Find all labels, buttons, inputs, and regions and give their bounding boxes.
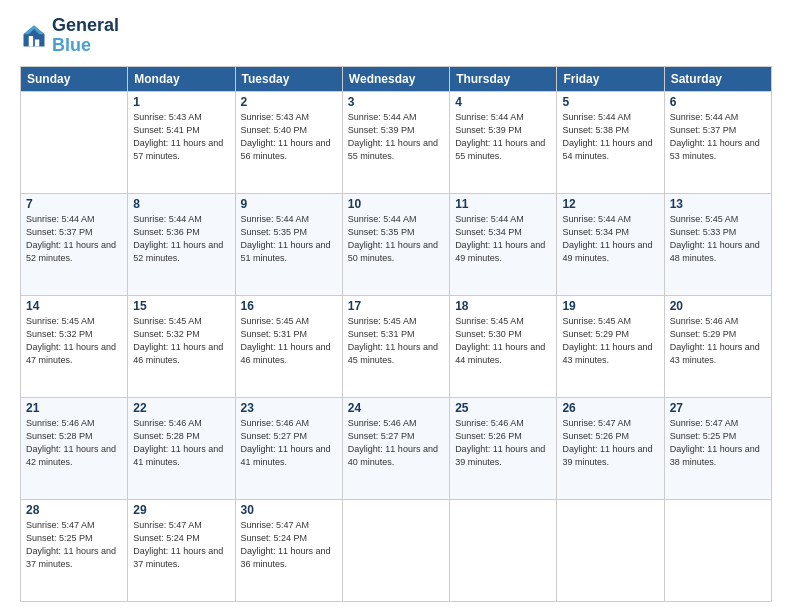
day-info: Sunrise: 5:45 AM Sunset: 5:29 PM Dayligh…	[562, 315, 658, 367]
day-number: 26	[562, 401, 658, 415]
day-number: 29	[133, 503, 229, 517]
calendar-cell: 20Sunrise: 5:46 AM Sunset: 5:29 PM Dayli…	[664, 295, 771, 397]
svg-rect-3	[35, 39, 39, 46]
week-row-1: 1Sunrise: 5:43 AM Sunset: 5:41 PM Daylig…	[21, 91, 772, 193]
day-info: Sunrise: 5:45 AM Sunset: 5:31 PM Dayligh…	[241, 315, 337, 367]
weekday-header-saturday: Saturday	[664, 66, 771, 91]
calendar-cell	[664, 499, 771, 601]
day-info: Sunrise: 5:44 AM Sunset: 5:35 PM Dayligh…	[241, 213, 337, 265]
calendar-cell	[450, 499, 557, 601]
weekday-header-monday: Monday	[128, 66, 235, 91]
week-row-5: 28Sunrise: 5:47 AM Sunset: 5:25 PM Dayli…	[21, 499, 772, 601]
calendar-cell: 6Sunrise: 5:44 AM Sunset: 5:37 PM Daylig…	[664, 91, 771, 193]
day-info: Sunrise: 5:45 AM Sunset: 5:31 PM Dayligh…	[348, 315, 444, 367]
day-number: 25	[455, 401, 551, 415]
day-info: Sunrise: 5:46 AM Sunset: 5:27 PM Dayligh…	[348, 417, 444, 469]
day-info: Sunrise: 5:45 AM Sunset: 5:33 PM Dayligh…	[670, 213, 766, 265]
calendar-cell: 4Sunrise: 5:44 AM Sunset: 5:39 PM Daylig…	[450, 91, 557, 193]
weekday-header-tuesday: Tuesday	[235, 66, 342, 91]
page: General Blue SundayMondayTuesdayWednesda…	[0, 0, 792, 612]
day-info: Sunrise: 5:44 AM Sunset: 5:39 PM Dayligh…	[455, 111, 551, 163]
day-info: Sunrise: 5:46 AM Sunset: 5:28 PM Dayligh…	[133, 417, 229, 469]
day-info: Sunrise: 5:46 AM Sunset: 5:27 PM Dayligh…	[241, 417, 337, 469]
calendar-cell: 5Sunrise: 5:44 AM Sunset: 5:38 PM Daylig…	[557, 91, 664, 193]
day-number: 22	[133, 401, 229, 415]
calendar-cell: 29Sunrise: 5:47 AM Sunset: 5:24 PM Dayli…	[128, 499, 235, 601]
day-number: 17	[348, 299, 444, 313]
day-number: 12	[562, 197, 658, 211]
calendar-cell: 27Sunrise: 5:47 AM Sunset: 5:25 PM Dayli…	[664, 397, 771, 499]
day-info: Sunrise: 5:43 AM Sunset: 5:41 PM Dayligh…	[133, 111, 229, 163]
day-number: 13	[670, 197, 766, 211]
day-info: Sunrise: 5:44 AM Sunset: 5:39 PM Dayligh…	[348, 111, 444, 163]
calendar-cell: 1Sunrise: 5:43 AM Sunset: 5:41 PM Daylig…	[128, 91, 235, 193]
day-number: 3	[348, 95, 444, 109]
day-number: 16	[241, 299, 337, 313]
day-info: Sunrise: 5:44 AM Sunset: 5:34 PM Dayligh…	[455, 213, 551, 265]
day-number: 4	[455, 95, 551, 109]
weekday-header-row: SundayMondayTuesdayWednesdayThursdayFrid…	[21, 66, 772, 91]
calendar-cell: 21Sunrise: 5:46 AM Sunset: 5:28 PM Dayli…	[21, 397, 128, 499]
day-number: 21	[26, 401, 122, 415]
calendar-cell: 15Sunrise: 5:45 AM Sunset: 5:32 PM Dayli…	[128, 295, 235, 397]
day-number: 27	[670, 401, 766, 415]
day-number: 15	[133, 299, 229, 313]
day-info: Sunrise: 5:47 AM Sunset: 5:24 PM Dayligh…	[241, 519, 337, 571]
calendar-cell: 9Sunrise: 5:44 AM Sunset: 5:35 PM Daylig…	[235, 193, 342, 295]
calendar-cell	[342, 499, 449, 601]
logo-icon	[20, 22, 48, 50]
weekday-header-wednesday: Wednesday	[342, 66, 449, 91]
day-info: Sunrise: 5:44 AM Sunset: 5:37 PM Dayligh…	[670, 111, 766, 163]
day-number: 14	[26, 299, 122, 313]
calendar-table: SundayMondayTuesdayWednesdayThursdayFrid…	[20, 66, 772, 602]
calendar-cell: 14Sunrise: 5:45 AM Sunset: 5:32 PM Dayli…	[21, 295, 128, 397]
day-info: Sunrise: 5:44 AM Sunset: 5:37 PM Dayligh…	[26, 213, 122, 265]
logo: General Blue	[20, 16, 119, 56]
calendar-cell: 19Sunrise: 5:45 AM Sunset: 5:29 PM Dayli…	[557, 295, 664, 397]
day-number: 11	[455, 197, 551, 211]
day-number: 7	[26, 197, 122, 211]
day-number: 10	[348, 197, 444, 211]
day-number: 18	[455, 299, 551, 313]
calendar-cell: 2Sunrise: 5:43 AM Sunset: 5:40 PM Daylig…	[235, 91, 342, 193]
week-row-2: 7Sunrise: 5:44 AM Sunset: 5:37 PM Daylig…	[21, 193, 772, 295]
weekday-header-sunday: Sunday	[21, 66, 128, 91]
day-info: Sunrise: 5:45 AM Sunset: 5:30 PM Dayligh…	[455, 315, 551, 367]
day-info: Sunrise: 5:44 AM Sunset: 5:34 PM Dayligh…	[562, 213, 658, 265]
day-number: 6	[670, 95, 766, 109]
day-info: Sunrise: 5:47 AM Sunset: 5:24 PM Dayligh…	[133, 519, 229, 571]
week-row-3: 14Sunrise: 5:45 AM Sunset: 5:32 PM Dayli…	[21, 295, 772, 397]
calendar-cell: 8Sunrise: 5:44 AM Sunset: 5:36 PM Daylig…	[128, 193, 235, 295]
day-info: Sunrise: 5:44 AM Sunset: 5:38 PM Dayligh…	[562, 111, 658, 163]
calendar-cell: 26Sunrise: 5:47 AM Sunset: 5:26 PM Dayli…	[557, 397, 664, 499]
day-info: Sunrise: 5:46 AM Sunset: 5:26 PM Dayligh…	[455, 417, 551, 469]
day-number: 24	[348, 401, 444, 415]
day-number: 9	[241, 197, 337, 211]
day-number: 8	[133, 197, 229, 211]
day-number: 5	[562, 95, 658, 109]
day-number: 19	[562, 299, 658, 313]
calendar-cell: 10Sunrise: 5:44 AM Sunset: 5:35 PM Dayli…	[342, 193, 449, 295]
day-info: Sunrise: 5:46 AM Sunset: 5:28 PM Dayligh…	[26, 417, 122, 469]
header: General Blue	[20, 16, 772, 56]
calendar-cell	[557, 499, 664, 601]
day-number: 2	[241, 95, 337, 109]
calendar-cell: 25Sunrise: 5:46 AM Sunset: 5:26 PM Dayli…	[450, 397, 557, 499]
calendar-cell: 3Sunrise: 5:44 AM Sunset: 5:39 PM Daylig…	[342, 91, 449, 193]
logo-text: General Blue	[52, 16, 119, 56]
day-info: Sunrise: 5:44 AM Sunset: 5:35 PM Dayligh…	[348, 213, 444, 265]
calendar-cell: 22Sunrise: 5:46 AM Sunset: 5:28 PM Dayli…	[128, 397, 235, 499]
calendar-cell: 7Sunrise: 5:44 AM Sunset: 5:37 PM Daylig…	[21, 193, 128, 295]
day-info: Sunrise: 5:46 AM Sunset: 5:29 PM Dayligh…	[670, 315, 766, 367]
day-info: Sunrise: 5:43 AM Sunset: 5:40 PM Dayligh…	[241, 111, 337, 163]
calendar-cell: 12Sunrise: 5:44 AM Sunset: 5:34 PM Dayli…	[557, 193, 664, 295]
calendar-cell: 24Sunrise: 5:46 AM Sunset: 5:27 PM Dayli…	[342, 397, 449, 499]
day-info: Sunrise: 5:45 AM Sunset: 5:32 PM Dayligh…	[133, 315, 229, 367]
calendar-cell: 18Sunrise: 5:45 AM Sunset: 5:30 PM Dayli…	[450, 295, 557, 397]
calendar-cell: 16Sunrise: 5:45 AM Sunset: 5:31 PM Dayli…	[235, 295, 342, 397]
calendar-cell: 11Sunrise: 5:44 AM Sunset: 5:34 PM Dayli…	[450, 193, 557, 295]
calendar-cell: 23Sunrise: 5:46 AM Sunset: 5:27 PM Dayli…	[235, 397, 342, 499]
day-info: Sunrise: 5:47 AM Sunset: 5:25 PM Dayligh…	[26, 519, 122, 571]
day-number: 28	[26, 503, 122, 517]
weekday-header-friday: Friday	[557, 66, 664, 91]
